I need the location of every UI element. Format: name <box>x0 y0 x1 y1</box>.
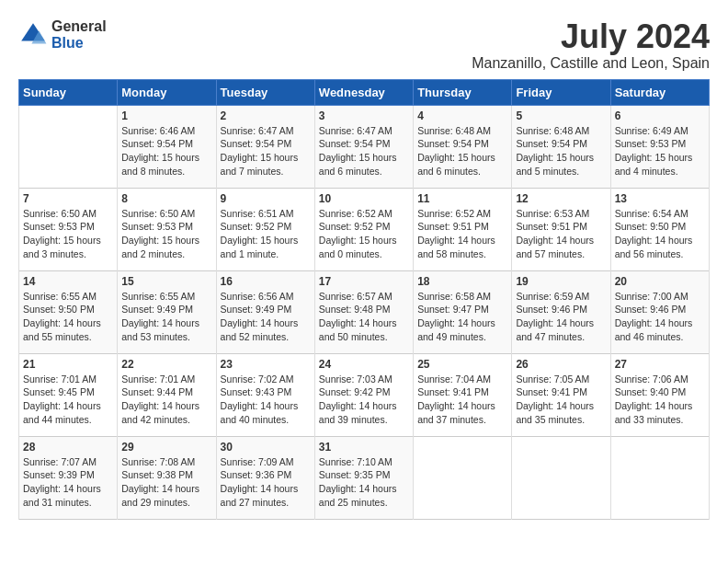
day-number: 1 <box>121 109 211 122</box>
header-monday: Monday <box>118 79 216 105</box>
calendar-cell: 19Sunrise: 6:59 AMSunset: 9:46 PMDayligh… <box>512 270 610 353</box>
day-info: Sunrise: 6:46 AMSunset: 9:54 PMDaylight:… <box>121 124 211 178</box>
calendar-cell: 11Sunrise: 6:52 AMSunset: 9:51 PMDayligh… <box>414 188 512 270</box>
header-sunday: Sunday <box>19 79 118 105</box>
calendar-table: SundayMondayTuesdayWednesdayThursdayFrid… <box>18 79 710 520</box>
month-title: July 2024 <box>472 18 710 55</box>
day-info: Sunrise: 6:50 AMSunset: 9:53 PMDaylight:… <box>121 207 211 261</box>
day-number: 11 <box>417 192 507 205</box>
day-number: 20 <box>615 275 705 288</box>
day-number: 26 <box>516 358 606 371</box>
calendar-cell: 14Sunrise: 6:55 AMSunset: 9:50 PMDayligh… <box>19 270 118 353</box>
day-info: Sunrise: 6:47 AMSunset: 9:54 PMDaylight:… <box>221 124 311 178</box>
calendar-cell: 15Sunrise: 6:55 AMSunset: 9:49 PMDayligh… <box>118 270 216 353</box>
calendar-week-2: 7Sunrise: 6:50 AMSunset: 9:53 PMDaylight… <box>19 188 710 270</box>
day-number: 22 <box>121 358 211 371</box>
day-info: Sunrise: 6:59 AMSunset: 9:46 PMDaylight:… <box>516 290 606 344</box>
day-number: 9 <box>221 192 311 205</box>
header-friday: Friday <box>512 79 610 105</box>
calendar-cell: 27Sunrise: 7:06 AMSunset: 9:40 PMDayligh… <box>610 353 709 436</box>
day-number: 15 <box>121 275 211 288</box>
day-number: 6 <box>615 109 705 122</box>
calendar-week-1: 1Sunrise: 6:46 AMSunset: 9:54 PMDaylight… <box>19 105 710 188</box>
calendar-cell: 5Sunrise: 6:48 AMSunset: 9:54 PMDaylight… <box>512 105 610 188</box>
calendar-cell: 17Sunrise: 6:57 AMSunset: 9:48 PMDayligh… <box>314 270 413 353</box>
calendar-cell <box>610 436 709 519</box>
day-info: Sunrise: 6:48 AMSunset: 9:54 PMDaylight:… <box>417 124 507 178</box>
calendar-header-row: SundayMondayTuesdayWednesdayThursdayFrid… <box>19 79 710 105</box>
calendar-cell: 6Sunrise: 6:49 AMSunset: 9:53 PMDaylight… <box>610 105 709 188</box>
day-number: 14 <box>23 275 113 288</box>
day-number: 12 <box>516 192 606 205</box>
day-number: 18 <box>417 275 507 288</box>
day-info: Sunrise: 6:55 AMSunset: 9:49 PMDaylight:… <box>121 290 211 344</box>
day-info: Sunrise: 6:47 AMSunset: 9:54 PMDaylight:… <box>319 124 409 178</box>
day-info: Sunrise: 7:05 AMSunset: 9:41 PMDaylight:… <box>516 373 606 427</box>
day-info: Sunrise: 7:02 AMSunset: 9:43 PMDaylight:… <box>221 373 311 427</box>
day-number: 13 <box>615 192 705 205</box>
day-number: 28 <box>23 441 113 454</box>
day-number: 19 <box>516 275 606 288</box>
calendar-cell: 4Sunrise: 6:48 AMSunset: 9:54 PMDaylight… <box>414 105 512 188</box>
day-info: Sunrise: 6:48 AMSunset: 9:54 PMDaylight:… <box>516 124 606 178</box>
calendar-cell: 23Sunrise: 7:02 AMSunset: 9:43 PMDayligh… <box>216 353 314 436</box>
header-thursday: Thursday <box>414 79 512 105</box>
day-info: Sunrise: 6:58 AMSunset: 9:47 PMDaylight:… <box>417 290 507 344</box>
day-info: Sunrise: 6:53 AMSunset: 9:51 PMDaylight:… <box>516 207 606 261</box>
calendar-week-4: 21Sunrise: 7:01 AMSunset: 9:45 PMDayligh… <box>19 353 710 436</box>
logo-text: General Blue <box>51 18 107 52</box>
day-number: 16 <box>221 275 311 288</box>
calendar-week-5: 28Sunrise: 7:07 AMSunset: 9:39 PMDayligh… <box>19 436 710 519</box>
calendar-cell <box>414 436 512 519</box>
calendar-cell: 21Sunrise: 7:01 AMSunset: 9:45 PMDayligh… <box>19 353 118 436</box>
day-number: 3 <box>319 109 409 122</box>
day-info: Sunrise: 6:54 AMSunset: 9:50 PMDaylight:… <box>615 207 705 261</box>
calendar-cell: 26Sunrise: 7:05 AMSunset: 9:41 PMDayligh… <box>512 353 610 436</box>
day-info: Sunrise: 6:57 AMSunset: 9:48 PMDaylight:… <box>319 290 409 344</box>
day-info: Sunrise: 6:52 AMSunset: 9:52 PMDaylight:… <box>319 207 409 261</box>
header-tuesday: Tuesday <box>216 79 314 105</box>
day-info: Sunrise: 7:10 AMSunset: 9:35 PMDaylight:… <box>319 455 409 510</box>
header-saturday: Saturday <box>610 79 709 105</box>
day-info: Sunrise: 7:01 AMSunset: 9:45 PMDaylight:… <box>23 373 113 427</box>
logo: General Blue <box>18 18 107 52</box>
calendar-cell: 28Sunrise: 7:07 AMSunset: 9:39 PMDayligh… <box>19 436 118 519</box>
page-container: General Blue July 2024 Manzanillo, Casti… <box>0 0 728 529</box>
day-number: 30 <box>221 441 311 454</box>
day-number: 8 <box>121 192 211 205</box>
header: General Blue July 2024 Manzanillo, Casti… <box>18 18 710 72</box>
day-info: Sunrise: 6:50 AMSunset: 9:53 PMDaylight:… <box>23 207 113 261</box>
calendar-cell <box>512 436 610 519</box>
calendar-cell: 18Sunrise: 6:58 AMSunset: 9:47 PMDayligh… <box>414 270 512 353</box>
day-number: 21 <box>23 358 113 371</box>
day-number: 7 <box>23 192 113 205</box>
calendar-cell: 2Sunrise: 6:47 AMSunset: 9:54 PMDaylight… <box>216 105 314 188</box>
day-info: Sunrise: 7:09 AMSunset: 9:36 PMDaylight:… <box>221 455 311 510</box>
day-info: Sunrise: 7:03 AMSunset: 9:42 PMDaylight:… <box>319 373 409 427</box>
day-info: Sunrise: 7:04 AMSunset: 9:41 PMDaylight:… <box>417 373 507 427</box>
location-title: Manzanillo, Castille and Leon, Spain <box>472 55 710 72</box>
calendar-cell: 8Sunrise: 6:50 AMSunset: 9:53 PMDaylight… <box>118 188 216 270</box>
day-info: Sunrise: 7:08 AMSunset: 9:38 PMDaylight:… <box>121 455 211 510</box>
day-info: Sunrise: 6:55 AMSunset: 9:50 PMDaylight:… <box>23 290 113 344</box>
day-info: Sunrise: 7:07 AMSunset: 9:39 PMDaylight:… <box>23 455 113 510</box>
day-info: Sunrise: 6:52 AMSunset: 9:51 PMDaylight:… <box>417 207 507 261</box>
calendar-week-3: 14Sunrise: 6:55 AMSunset: 9:50 PMDayligh… <box>19 270 710 353</box>
calendar-cell: 20Sunrise: 7:00 AMSunset: 9:46 PMDayligh… <box>610 270 709 353</box>
day-info: Sunrise: 6:51 AMSunset: 9:52 PMDaylight:… <box>221 207 311 261</box>
header-wednesday: Wednesday <box>314 79 413 105</box>
day-number: 10 <box>319 192 409 205</box>
calendar-cell: 25Sunrise: 7:04 AMSunset: 9:41 PMDayligh… <box>414 353 512 436</box>
calendar-cell: 10Sunrise: 6:52 AMSunset: 9:52 PMDayligh… <box>314 188 413 270</box>
calendar-cell: 31Sunrise: 7:10 AMSunset: 9:35 PMDayligh… <box>314 436 413 519</box>
calendar-cell: 12Sunrise: 6:53 AMSunset: 9:51 PMDayligh… <box>512 188 610 270</box>
calendar-cell: 30Sunrise: 7:09 AMSunset: 9:36 PMDayligh… <box>216 436 314 519</box>
calendar-cell: 9Sunrise: 6:51 AMSunset: 9:52 PMDaylight… <box>216 188 314 270</box>
title-section: July 2024 Manzanillo, Castille and Leon,… <box>472 18 710 72</box>
calendar-cell: 22Sunrise: 7:01 AMSunset: 9:44 PMDayligh… <box>118 353 216 436</box>
day-info: Sunrise: 7:06 AMSunset: 9:40 PMDaylight:… <box>615 373 705 427</box>
day-info: Sunrise: 6:49 AMSunset: 9:53 PMDaylight:… <box>615 124 705 178</box>
calendar-cell: 7Sunrise: 6:50 AMSunset: 9:53 PMDaylight… <box>19 188 118 270</box>
calendar-cell: 29Sunrise: 7:08 AMSunset: 9:38 PMDayligh… <box>118 436 216 519</box>
calendar-cell <box>19 105 118 188</box>
